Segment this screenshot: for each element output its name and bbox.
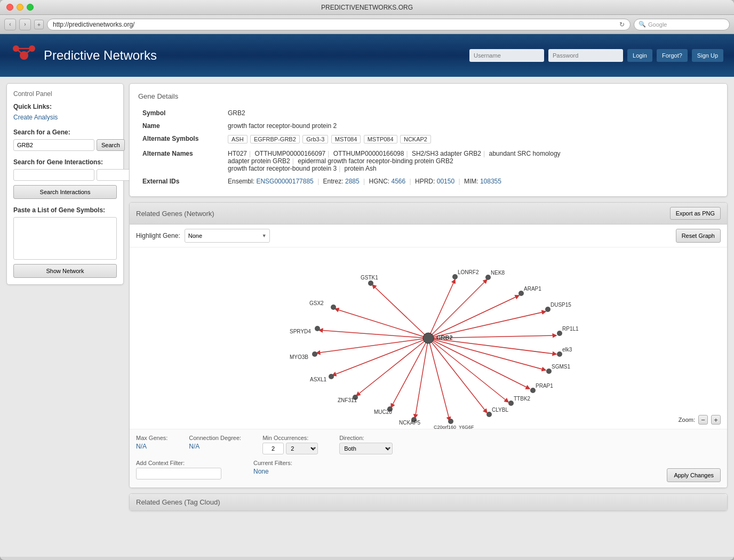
svg-text:ZNF311: ZNF311 [338, 397, 357, 403]
alt-name-1: HT027 [228, 150, 247, 157]
gene-details-table: Symbol GRB2 Name growth factor receptor-… [138, 107, 719, 188]
forward-button[interactable]: › [19, 19, 31, 30]
svg-line-14 [428, 338, 508, 402]
direction-select-wrapper: Both Upstream Downstream [339, 443, 393, 454]
alt-symbol-4: MST084 [331, 135, 361, 143]
create-analysis-link[interactable]: Create Analysis [13, 114, 58, 121]
svg-line-15 [428, 338, 487, 413]
alt-name-2: OTTHUMP00000166097 [255, 150, 326, 157]
connection-degree-label: Connection Degree: [189, 435, 241, 441]
svg-text:LONRF2: LONRF2 [458, 269, 479, 275]
forgot-button[interactable]: Forgot? [657, 49, 688, 62]
svg-point-43 [508, 401, 514, 406]
panel-title: Control Panel [13, 90, 117, 98]
mim-link[interactable]: 108355 [480, 178, 501, 185]
svg-line-21 [316, 338, 428, 353]
zoom-controls: Zoom: − + [679, 415, 721, 425]
highlight-gene-select[interactable]: None [185, 229, 270, 243]
close-button[interactable] [6, 4, 13, 11]
alt-symbol-1: ASH [228, 135, 248, 143]
svg-point-61 [331, 305, 336, 310]
center-node: GRB2 LONRF2 NEK8 ARAP1 DUSP15 RP1L1 [290, 269, 579, 429]
show-network-button[interactable]: Show Network [13, 264, 117, 278]
alt-name-5: abundant SRC homology [489, 150, 560, 157]
new-tab-button[interactable]: + [34, 20, 44, 29]
right-content: Gene Details Symbol GRB2 Name growth fac… [129, 83, 728, 550]
zoom-out-button[interactable]: − [698, 415, 708, 425]
signup-button[interactable]: Sign Up [692, 49, 723, 62]
svg-point-37 [557, 351, 562, 357]
connection-degree-group: Connection Degree: N/A [189, 435, 241, 450]
google-search-bar[interactable]: 🔍 Google [634, 19, 730, 30]
svg-text:MYO3B: MYO3B [290, 354, 308, 360]
svg-text:CLYBL: CLYBL [492, 407, 508, 413]
gene-search-input[interactable] [13, 139, 94, 151]
login-button[interactable]: Login [627, 49, 652, 62]
name-label: Name [138, 119, 224, 132]
alt-names-label: Alternate Names [138, 147, 224, 175]
alt-name-4: SH2/SH3 adapter GRB2 [412, 150, 481, 157]
svg-text:ASXL1: ASXL1 [310, 377, 327, 382]
quick-links-label: Quick Links: [13, 103, 117, 110]
search-interactions-button[interactable]: Search Interactions [13, 185, 117, 199]
login-password-input[interactable] [548, 49, 623, 62]
table-row: Alternate Names HT027| OTTHUMP0000016609… [138, 147, 719, 175]
svg-point-39 [546, 369, 552, 374]
traffic-lights [6, 4, 34, 11]
gene-search-row: Search [13, 139, 117, 151]
address-bar[interactable]: http://predictivenetworks.org/ ↻ [47, 19, 631, 30]
external-ids-value: Ensembl: ENSG00000177885 | Entrez: 2885 … [224, 175, 719, 188]
apply-changes-button[interactable]: Apply Changes [667, 468, 721, 482]
svg-text:NEK8: NEK8 [491, 270, 505, 276]
back-button[interactable]: ‹ [4, 19, 16, 30]
svg-point-41 [530, 388, 536, 393]
table-row: Symbol GRB2 [138, 107, 719, 119]
search-gene-button[interactable]: Search [97, 139, 125, 151]
reload-icon[interactable]: ↻ [619, 21, 625, 28]
alt-symbol-2: EGFRBP-GRB2 [250, 135, 300, 143]
svg-point-31 [518, 291, 524, 296]
svg-line-24 [372, 285, 428, 338]
header-right: Login Forgot? Sign Up [469, 49, 723, 62]
gene-details-title: Gene Details [138, 92, 719, 100]
svg-line-6 [428, 279, 455, 338]
export-png-button[interactable]: Export as PNG [670, 207, 721, 220]
login-username-input[interactable] [469, 49, 544, 62]
min-occurrences-input[interactable] [262, 443, 284, 454]
main-content: Control Panel Quick Links: Create Analys… [0, 77, 734, 557]
svg-line-8 [428, 295, 519, 338]
hprd-link[interactable]: 00150 [437, 178, 454, 185]
table-row: External IDs Ensembl: ENSG00000177885 | … [138, 175, 719, 188]
logo-text: Predictive Networks [44, 48, 157, 63]
tag-cloud-header: Related Genes (Tag Cloud) [130, 494, 727, 510]
svg-line-12 [428, 338, 546, 370]
svg-point-35 [557, 331, 562, 336]
alt-symbol-5: MSTP084 [364, 135, 397, 143]
entrez-link[interactable]: 2885 [345, 178, 360, 185]
alt-name-9: protein Ash [345, 165, 377, 172]
highlight-select-wrapper: None [185, 229, 270, 243]
hprd-label: HPRD: [415, 178, 435, 185]
zoom-in-button[interactable]: + [711, 415, 721, 425]
name-value: growth factor receptor-bound protein 2 [224, 119, 719, 132]
svg-point-59 [315, 326, 320, 331]
paste-list-label: Paste a List of Gene Symbols: [13, 206, 117, 214]
max-genes-group: Max Genes: N/A [136, 435, 167, 450]
symbol-label: Symbol [138, 107, 224, 119]
context-filter-label: Add Context Filter: [136, 460, 221, 466]
gene-list-textarea[interactable] [13, 217, 117, 260]
svg-line-23 [335, 309, 428, 338]
alt-names-value: HT027| OTTHUMP00000166097| OTTHUMP000001… [224, 147, 719, 175]
ensembl-link[interactable]: ENSG00000177885 [256, 178, 313, 185]
hgnc-link[interactable]: 4566 [392, 178, 406, 185]
svg-point-25 [423, 333, 434, 343]
context-filter-input[interactable] [136, 468, 221, 479]
min-occurrences-select[interactable]: 2 [286, 443, 318, 454]
interaction-input-1[interactable] [13, 169, 94, 181]
logo-icon [11, 42, 37, 69]
maximize-button[interactable] [27, 4, 34, 11]
reset-graph-button[interactable]: Reset Graph [676, 229, 721, 243]
direction-select[interactable]: Both Upstream Downstream [339, 443, 393, 454]
minimize-button[interactable] [17, 4, 23, 11]
zoom-label: Zoom: [679, 417, 695, 423]
